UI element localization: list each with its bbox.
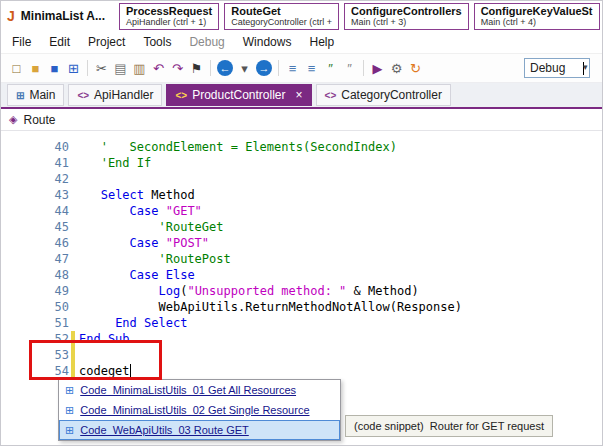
line-number: 44 xyxy=(1,203,79,219)
navigate-back-icon[interactable]: ← xyxy=(217,60,233,76)
code-text[interactable]: 'End If xyxy=(79,155,603,171)
code-text[interactable]: Select Method xyxy=(79,187,603,203)
code-segment xyxy=(158,204,165,218)
navigate-forward-icon[interactable]: → xyxy=(256,60,272,76)
tab-apihandler[interactable]: <>ApiHandler xyxy=(68,84,162,106)
code-text[interactable]: Log("Unsupported method: " & Method) xyxy=(79,283,603,299)
quick-access-tab[interactable]: ConfigureControllersMain (ctrl + 3) xyxy=(344,3,469,30)
code-segment: Method xyxy=(144,188,195,202)
code-text[interactable]: Case Else xyxy=(79,267,603,283)
line-number: 52 xyxy=(1,331,79,347)
menu-edit[interactable]: Edit xyxy=(40,33,79,51)
undo-icon[interactable]: ↶ xyxy=(149,59,168,78)
code-segment xyxy=(158,268,165,282)
tab-productcontroller[interactable]: <>ProductController× xyxy=(166,84,311,106)
autocomplete-label: Code_MinimaListUtils_02 Get Single Resou… xyxy=(80,404,309,416)
code-text[interactable]: End Sub xyxy=(79,331,603,347)
code-line: 46 Case "POST" xyxy=(1,235,603,251)
menu-project[interactable]: Project xyxy=(79,33,134,51)
menu-file[interactable]: File xyxy=(3,33,40,51)
redo-icon[interactable]: ↷ xyxy=(168,59,187,78)
quick-access-bar: ProcessRequestApiHandler (ctrl + 1)Route… xyxy=(119,3,600,30)
open-project-icon[interactable]: ■ xyxy=(26,59,45,78)
comment-icon[interactable]: ″ xyxy=(321,59,340,78)
paste-icon[interactable]: ▥ xyxy=(130,59,149,78)
line-number: 53 xyxy=(1,347,79,363)
code-file-icon: <> xyxy=(325,90,337,101)
app-icon: J xyxy=(7,8,15,24)
autocomplete-item[interactable]: ⊞Code_MinimaListUtils_02 Get Single Reso… xyxy=(59,400,340,420)
tab-categorycontroller[interactable]: <>CategoryController xyxy=(316,84,451,106)
autocomplete-item[interactable]: ⊞Code_MinimaListUtils_01 Get All Resourc… xyxy=(59,380,340,400)
code-lines: 40 ' SecondElement = Elements(SecondInde… xyxy=(1,139,603,379)
code-line: 54codeget xyxy=(1,363,603,379)
back-history-caret-icon[interactable]: ▾ xyxy=(235,59,254,78)
code-line: 41 'End If xyxy=(1,155,603,171)
line-number: 43 xyxy=(1,187,79,203)
tab-strip: ⊞Main<>ApiHandler<>ProductController×<>C… xyxy=(1,83,602,109)
outdent-icon[interactable]: ≡ xyxy=(283,59,302,78)
code-segment: 'End If xyxy=(79,156,151,170)
code-segment xyxy=(79,284,158,298)
clean-project-icon[interactable]: ↻ xyxy=(406,59,425,78)
code-segment: ' SecondElement = Elements(SecondIndex) xyxy=(79,140,397,154)
chevron-down-icon: ▾ xyxy=(583,62,584,75)
ide-window: J MinimaList A... ProcessRequestApiHandl… xyxy=(0,0,603,446)
bookmark-icon[interactable]: ⚑ xyxy=(187,59,206,78)
new-file-icon[interactable]: □ xyxy=(7,59,26,78)
code-line: 50 WebApiUtils.ReturnMethodNotAllow(Resp… xyxy=(1,299,603,315)
quick-access-name: ProcessRequest xyxy=(126,5,212,17)
menu-tools[interactable]: Tools xyxy=(134,33,180,51)
code-text[interactable]: WebApiUtils.ReturnMethodNotAllow(Respons… xyxy=(79,299,603,315)
toolbar-separator xyxy=(363,60,364,76)
code-line: 48 Case Else xyxy=(1,267,603,283)
quick-access-tab[interactable]: ProcessRequestApiHandler (ctrl + 1) xyxy=(119,3,219,30)
quick-access-name: ConfigureKeyValueSt xyxy=(481,5,593,17)
code-text[interactable]: ' SecondElement = Elements(SecondIndex) xyxy=(79,139,603,155)
code-segment xyxy=(79,316,115,330)
code-text[interactable]: 'RoutePost xyxy=(79,251,603,267)
cut-icon[interactable]: ✂ xyxy=(92,59,111,78)
titlebar: J MinimaList A... ProcessRequestApiHandl… xyxy=(1,1,602,31)
code-segment: Select xyxy=(101,188,144,202)
code-text[interactable]: 'RouteGet xyxy=(79,219,603,235)
line-number: 51 xyxy=(1,315,79,331)
code-segment: Case xyxy=(130,204,159,218)
code-file-icon: <> xyxy=(77,90,89,101)
quick-access-tab[interactable]: ConfigureKeyValueStMain (ctrl + 4) xyxy=(474,3,600,30)
save-all-icon[interactable]: ⊞ xyxy=(64,59,83,78)
indent-icon[interactable]: ≡ xyxy=(302,59,321,78)
autocomplete-item[interactable]: ⊞Code_WebApiUtils_03 Route GET xyxy=(59,420,340,440)
line-number: 46 xyxy=(1,235,79,251)
menu-debug[interactable]: Debug xyxy=(180,33,233,51)
code-editor[interactable]: 40 ' SecondElement = Elements(SecondInde… xyxy=(1,131,603,446)
close-tab-icon[interactable]: × xyxy=(296,88,303,102)
code-text[interactable]: Case "GET" xyxy=(79,203,603,219)
quick-access-target: ApiHandler (ctrl + 1) xyxy=(126,17,212,27)
code-line: 53 xyxy=(1,347,603,363)
code-text[interactable]: Case "POST" xyxy=(79,235,603,251)
run-icon[interactable]: ▶ xyxy=(368,59,387,78)
tab-label: ApiHandler xyxy=(94,88,153,102)
code-text[interactable] xyxy=(79,347,603,363)
copy-icon[interactable]: ▤ xyxy=(111,59,130,78)
code-text[interactable] xyxy=(79,171,603,187)
code-text[interactable]: codeget xyxy=(79,363,603,379)
line-number: 49 xyxy=(1,283,79,299)
code-segment: "POST" xyxy=(166,236,209,250)
menu-windows[interactable]: Windows xyxy=(234,33,301,51)
generate-members-icon[interactable]: ⚙ xyxy=(387,59,406,78)
save-icon[interactable]: ■ xyxy=(45,59,64,78)
uncomment-icon[interactable]: ″ xyxy=(340,59,359,78)
build-mode-select[interactable]: Debug ▾ xyxy=(524,58,590,78)
code-snippet-icon: ⊞ xyxy=(65,404,74,417)
quick-access-tab[interactable]: RouteGetCategoryController (ctrl + xyxy=(224,3,339,30)
menu-help[interactable]: Help xyxy=(300,33,343,51)
code-text[interactable]: End Select xyxy=(79,315,603,331)
code-segment: End Select xyxy=(115,316,187,330)
code-segment: End Sub xyxy=(79,332,130,346)
tab-main[interactable]: ⊞Main xyxy=(7,84,64,106)
menu-bar: FileEditProjectToolsDebugWindowsHelp xyxy=(1,31,602,53)
code-snippet-icon: ⊞ xyxy=(65,424,74,437)
toolbar-separator xyxy=(210,60,211,76)
